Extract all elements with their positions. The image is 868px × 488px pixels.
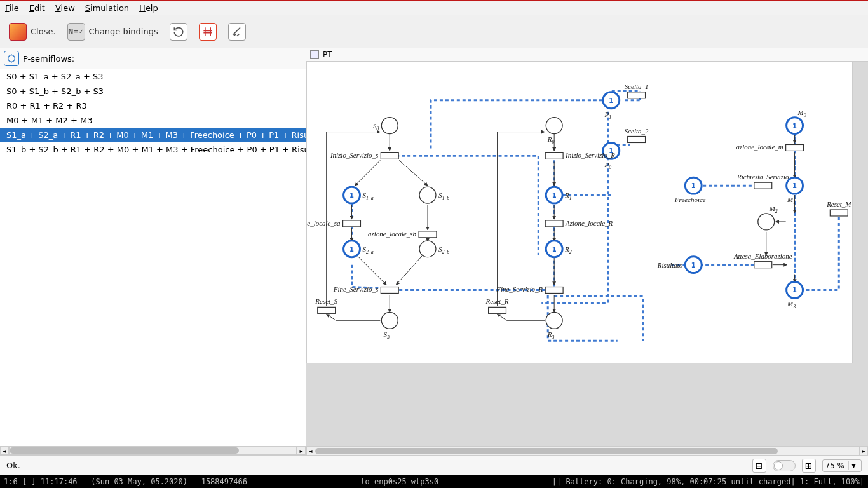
svg-text:S0: S0 <box>373 122 379 132</box>
canvas-viewport[interactable]: S01S1_aS1_b1S2_aS2_bS3R01R11R2R31P11P01F… <box>306 62 868 446</box>
svg-text:1: 1 <box>691 182 696 189</box>
svg-text:1: 1 <box>792 182 797 189</box>
close-button[interactable]: Close. <box>9 23 56 41</box>
svg-text:azione_locale_sa: azione_locale_sa <box>307 219 341 227</box>
svg-text:Risultato: Risultato <box>657 261 683 269</box>
zoom-toggle[interactable] <box>773 460 796 471</box>
refresh-button[interactable] <box>170 23 187 41</box>
semiflows-icon <box>4 51 19 66</box>
svg-text:Inizio_Servizio_s: Inizio_Servizio_s <box>330 151 378 159</box>
scroll-thumb-r[interactable] <box>315 448 778 454</box>
svg-text:1: 1 <box>552 192 557 199</box>
bindings-icon: N=✓ <box>67 23 85 41</box>
sys-right: || Battery: 0: Charging, 98%, 00:07:25 u… <box>552 477 864 486</box>
svg-rect-72 <box>754 182 772 189</box>
h-scroll-thumb[interactable] <box>10 447 239 454</box>
svg-text:S3: S3 <box>384 330 390 340</box>
svg-text:1: 1 <box>552 246 557 253</box>
menu-edit[interactable]: Edit <box>29 3 45 13</box>
svg-text:Freechoice: Freechoice <box>674 196 706 203</box>
svg-text:Scelta_1: Scelta_1 <box>625 83 649 90</box>
svg-rect-66 <box>628 92 646 98</box>
svg-text:azione_locale_m: azione_locale_m <box>736 143 783 151</box>
svg-rect-70 <box>786 144 804 151</box>
zoom-controls: ⊟ ⊞ 75 % ▾ <box>752 459 862 473</box>
list-item[interactable]: S0 + S1_b + S2_b + S3 <box>0 84 306 98</box>
scroll-right-button-r[interactable]: ▸ <box>859 447 868 456</box>
svg-text:Scelta_2: Scelta_2 <box>625 127 649 135</box>
list-item[interactable]: M0 + M1 + M2 + M3 <box>0 113 306 128</box>
svg-text:Azione_locale_R: Azione_locale_R <box>565 219 613 227</box>
left-pane-title: P-semiflows: <box>23 54 74 64</box>
svg-rect-74 <box>754 262 772 268</box>
scroll-left-button[interactable]: ◂ <box>0 446 9 455</box>
svg-text:Reset_R: Reset_R <box>485 297 509 305</box>
pt-doc-icon <box>310 50 319 59</box>
close-icon <box>9 23 27 41</box>
menubar: File Edit View Simulation Help <box>0 1 868 15</box>
list-item[interactable]: R0 + R1 + R2 + R3 <box>0 98 306 113</box>
sys-mid: lo enp0s25 wlp3s0 <box>360 477 438 486</box>
svg-text:1: 1 <box>691 262 696 269</box>
svg-rect-62 <box>545 287 563 294</box>
right-pane: PT <box>306 48 868 455</box>
svg-text:S1_a: S1_a <box>362 191 373 201</box>
svg-text:Reset_M: Reset_M <box>826 200 851 208</box>
scroll-left-button-r[interactable]: ◂ <box>306 447 315 456</box>
change-bindings-label: Change bindings <box>89 27 158 36</box>
content-area: P-semiflows: S0 + S1_a + S2_a + S3S0 + S… <box>0 48 868 455</box>
scroll-track-r[interactable] <box>315 447 859 456</box>
menu-file[interactable]: File <box>5 3 19 13</box>
svg-point-11 <box>419 241 436 257</box>
left-pane-header: P-semiflows: <box>0 48 306 69</box>
svg-text:R3: R3 <box>547 330 555 340</box>
svg-rect-60 <box>545 220 563 227</box>
zoom-in-button[interactable]: ⊞ <box>802 459 816 473</box>
canvas-tab-pt[interactable]: PT <box>323 50 332 59</box>
list-item[interactable]: S0 + S1_a + S2_a + S3 <box>0 69 306 84</box>
zoom-out-button[interactable]: ⊟ <box>752 459 766 473</box>
svg-rect-58 <box>545 152 563 159</box>
svg-rect-48 <box>381 152 398 159</box>
svg-text:Attesa_Elaborazione: Attesa_Elaborazione <box>733 252 792 260</box>
svg-point-1 <box>381 118 398 134</box>
close-label: Close. <box>31 27 56 36</box>
canvas-tabbar: PT <box>306 48 868 62</box>
svg-text:R0: R0 <box>547 135 555 145</box>
svg-rect-64 <box>489 307 506 313</box>
svg-text:Reset_S: Reset_S <box>315 297 337 305</box>
h-scrollbar[interactable] <box>9 446 297 455</box>
menu-view[interactable]: View <box>55 3 75 13</box>
svg-rect-54 <box>381 287 398 294</box>
svg-point-13 <box>381 312 398 329</box>
chevron-down-icon: ▾ <box>848 461 858 470</box>
svg-text:S2_a: S2_a <box>362 245 373 255</box>
svg-point-0 <box>8 55 15 62</box>
refresh-icon <box>170 23 187 41</box>
scroll-right-button[interactable]: ▸ <box>297 446 306 455</box>
svg-point-6 <box>419 187 436 203</box>
svg-text:S1_b: S1_b <box>438 191 449 201</box>
svg-text:R1: R1 <box>564 191 572 201</box>
measure-button[interactable] <box>228 23 246 41</box>
menu-simulation[interactable]: Simulation <box>85 3 129 13</box>
svg-rect-76 <box>830 210 848 216</box>
svg-text:1: 1 <box>349 192 354 199</box>
swap-button[interactable] <box>199 23 217 41</box>
system-statusbar: 1:6 [ ] 11:17:46 - (Sun 03 May, 05.2020)… <box>0 475 868 488</box>
change-bindings-button[interactable]: N=✓ Change bindings <box>67 23 158 41</box>
caliper-icon <box>228 23 246 41</box>
svg-rect-68 <box>628 137 646 143</box>
list-item[interactable]: S1_a + S2_a + R1 + R2 + M0 + M1 + M3 + F… <box>0 128 306 142</box>
right-h-scrollbar[interactable]: ◂ ▸ <box>306 446 868 455</box>
list-item[interactable]: S1_b + S2_b + R1 + R2 + M0 + M1 + M3 + F… <box>0 142 306 157</box>
svg-text:Inizio_Servizio_R: Inizio_Servizio_R <box>565 151 615 159</box>
petri-net-canvas[interactable]: S01S1_aS1_b1S2_aS2_bS3R01R11R2R31P11P01F… <box>306 62 853 363</box>
left-pane: P-semiflows: S0 + S1_a + S2_a + S3S0 + S… <box>0 48 306 455</box>
menu-help[interactable]: Help <box>139 3 158 13</box>
svg-point-15 <box>546 118 562 134</box>
semiflow-list[interactable]: S0 + S1_a + S2_a + S3S0 + S1_b + S2_b + … <box>0 69 306 455</box>
zoom-select[interactable]: 75 % ▾ <box>822 459 862 472</box>
svg-text:Fine_Servizio_R: Fine_Servizio_R <box>496 285 543 293</box>
toggle-knob <box>774 461 783 470</box>
